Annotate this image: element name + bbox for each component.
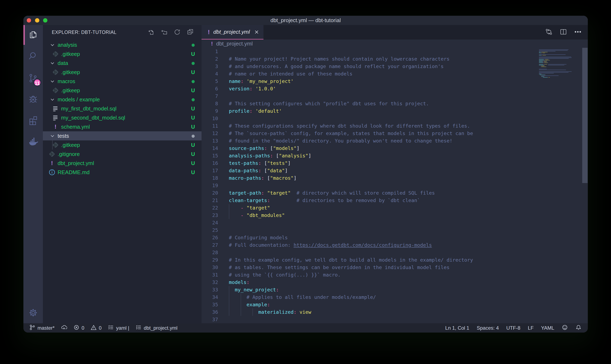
tree-item--gitignore[interactable]: .gitignoreU <box>43 150 202 159</box>
status-bar: master*00yaml |dbt_project.yml Ln 1, Col… <box>23 323 588 333</box>
status-item-label: LF <box>528 325 534 331</box>
scrollbar-thumb[interactable] <box>582 48 588 183</box>
code-token <box>273 153 276 159</box>
activity-item-debug[interactable] <box>23 90 43 109</box>
code-line: analysis-paths: ["analysis"] <box>229 152 473 159</box>
line-number: 12 <box>202 130 218 137</box>
tree-item--gitkeep[interactable]: .gitkeepU <box>43 68 202 77</box>
code-token <box>291 190 296 196</box>
activity-item-source-control[interactable]: 11 <box>23 69 43 89</box>
scrollbar[interactable] <box>582 48 588 323</box>
minimap-token <box>543 77 548 78</box>
activity-item-explorer[interactable] <box>23 25 43 45</box>
minimap-token <box>542 53 545 53</box>
tree-item--gitkeep[interactable]: .gitkeepU <box>43 141 202 150</box>
new-file-icon[interactable] <box>148 28 154 36</box>
code-line: # using the `{{ config(...) }}` macro. <box>229 271 473 279</box>
line-number: 15 <box>202 152 218 159</box>
tab-dbt-project-yml[interactable]: ! dbt_project.yml <box>202 25 264 39</box>
git-icon <box>48 151 56 158</box>
breadcrumbs[interactable]: ! dbt_project.yml <box>202 39 588 48</box>
minimap-token <box>541 66 541 66</box>
status-item-active-file-indicator[interactable]: dbt_project.yml <box>136 324 178 332</box>
status-item-label: Spaces: 4 <box>477 325 499 331</box>
split-editor-icon[interactable] <box>560 28 567 36</box>
traffic-light-maximize[interactable] <box>43 18 47 23</box>
tree-item-analysis[interactable]: analysis <box>43 40 202 50</box>
code-line: clean-targets: # directories to be remov… <box>229 197 473 204</box>
status-item-cursor-position[interactable]: Ln 1, Col 1 <box>445 325 469 331</box>
code-token: "dbt_modules" <box>247 212 285 218</box>
status-item-language-indicator[interactable]: yaml | <box>108 324 129 332</box>
code-line: models: <box>229 279 473 286</box>
status-item-notifications[interactable] <box>575 324 582 332</box>
activity-item-search[interactable] <box>23 46 43 66</box>
tree-item--gitkeep[interactable]: .gitkeepU <box>43 86 202 95</box>
code-token: '1.0.0' <box>255 86 276 92</box>
minimap[interactable] <box>539 49 582 301</box>
minimap-token <box>544 63 548 63</box>
code-token: data-paths <box>229 168 258 173</box>
status-item-branch[interactable]: master* <box>29 324 55 332</box>
line-number: 34 <box>202 293 218 301</box>
tree-item-models-example[interactable]: models / example <box>43 95 202 104</box>
code-token: ] <box>285 168 288 173</box>
new-folder-icon[interactable] <box>161 28 167 36</box>
activity-item-docker[interactable] <box>23 131 43 151</box>
activity-item-settings[interactable] <box>23 303 43 323</box>
tree-item-tests[interactable]: tests <box>43 131 202 141</box>
traffic-light-minimize[interactable] <box>35 18 39 23</box>
line-number: 19 <box>202 182 218 189</box>
line-number: 36 <box>202 308 218 316</box>
tree-item-data[interactable]: data <box>43 59 202 68</box>
traffic-light-close[interactable] <box>27 18 31 23</box>
code-line: # Applies to all files under models/exam… <box>229 293 473 301</box>
status-item-feedback[interactable] <box>562 324 568 332</box>
desktop-background: dbt_project.yml — dbt-tutorial 11 EXPLOR… <box>0 0 611 364</box>
code-token: # In this example config, we tell dbt to… <box>229 257 473 263</box>
status-item-language-mode[interactable]: YAML <box>541 325 554 331</box>
tree-item-dbt-project-yml[interactable]: !dbt_project.ymlU <box>43 159 202 168</box>
minimap-token <box>539 55 542 55</box>
code-token: - <box>241 205 244 211</box>
code-token: analysis-paths <box>229 153 270 159</box>
activity-item-extensions[interactable] <box>23 111 43 131</box>
tab-label: dbt_project.yml <box>213 29 250 35</box>
chevron-down-icon <box>49 60 56 66</box>
title-bar[interactable]: dbt_project.yml — dbt-tutorial <box>23 16 588 25</box>
code-token: # directories to be removed by `dbt clea… <box>297 197 420 203</box>
status-item-warnings[interactable]: 0 <box>91 324 101 332</box>
minimap-token <box>539 59 544 60</box>
git-icon <box>52 87 59 94</box>
tree-item-readme-md[interactable]: README.mdU <box>43 168 202 177</box>
status-item-sync[interactable] <box>61 324 67 332</box>
status-item-encoding[interactable]: UTF-8 <box>506 325 520 331</box>
gear-icon <box>28 308 38 318</box>
tree-item-my-first-dbt-model-sql[interactable]: my_first_dbt_model.sqlU <box>43 104 202 113</box>
status-item-errors[interactable]: 0 <box>73 324 84 332</box>
code-editor[interactable]: 1234567891011121314151617181920212223242… <box>202 48 588 323</box>
git-status-badge: U <box>190 169 196 176</box>
ellipsis-icon[interactable] <box>574 28 582 36</box>
tree-item-macros[interactable]: macros <box>43 77 202 86</box>
code-line: target-path: "target" # directory which … <box>229 189 473 197</box>
tree-item--gitkeep[interactable]: .gitkeepU <box>43 50 202 59</box>
code-token <box>252 86 255 92</box>
open-changes-icon[interactable] <box>545 28 553 36</box>
tree-item-my-second-dbt-model-sql[interactable]: my_second_dbt_model.sqlU <box>43 113 202 122</box>
minimap-token <box>540 75 545 75</box>
collapse-all-icon[interactable] <box>187 28 194 36</box>
status-item-eol[interactable]: LF <box>528 325 534 331</box>
code-token <box>229 294 247 300</box>
cloud-upload-icon <box>61 324 67 332</box>
indent-guide <box>229 286 229 293</box>
code-token: source-paths <box>229 145 264 151</box>
status-item-indentation[interactable]: Spaces: 4 <box>477 325 499 331</box>
refresh-icon[interactable] <box>174 28 181 36</box>
code-line <box>229 219 473 226</box>
minimap-token <box>539 58 569 59</box>
close-icon[interactable] <box>253 29 260 35</box>
code-line: name: 'my_new_project' <box>229 78 473 85</box>
tree-item-schema-yml[interactable]: !schema.ymlU <box>43 122 202 131</box>
yaml-icon: ! <box>211 40 213 47</box>
